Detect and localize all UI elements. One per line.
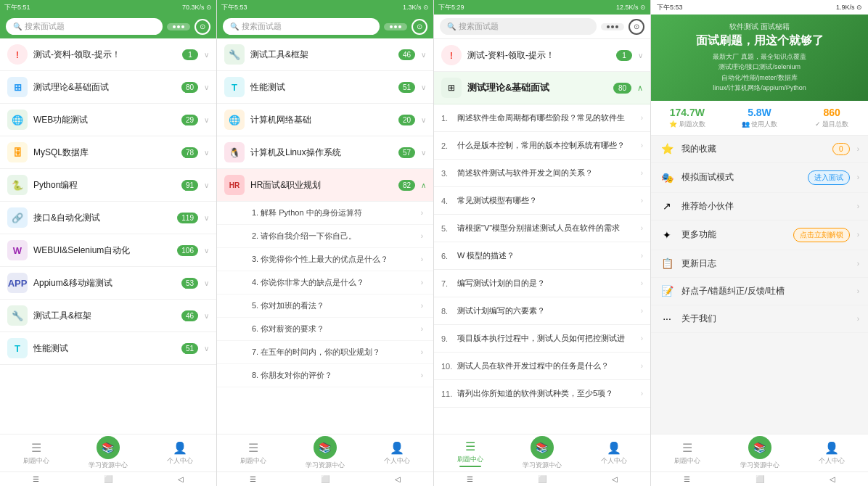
item-label: 性能测试 (250, 81, 393, 94)
list-item[interactable]: 🌐 WEB功能测试 29 ∨ (0, 104, 216, 136)
nav-study-center[interactable]: 📚 学习资源中心 (506, 434, 578, 471)
item-badge: 1 (182, 49, 198, 60)
scan-btn-2[interactable]: ⊙ (412, 19, 427, 35)
list-item[interactable]: APP Appium&移动端测试 53 ∨ (0, 267, 216, 300)
nav-label: 刷题中心 (240, 456, 266, 466)
subitem[interactable]: 1. 解释 Python 中的身份运算符 › (217, 202, 433, 225)
sys-home[interactable]: ⬜ (321, 475, 329, 483)
more-btn-3[interactable] (601, 23, 624, 30)
panel-3: 下午5:29 12.5K/s ⊙ 🔍 搜索面试题 ⊙ ! 测试-资料-领取-提示… (434, 0, 651, 486)
list-item-hr[interactable]: HR HR面试&职业规划 82 ∧ (217, 169, 433, 202)
question-item[interactable]: 9. 项目版本执行过程中，测试人员如何把控测试进 › (434, 325, 650, 353)
system-bar-4: ☰ ⬜ ◁ (651, 471, 868, 486)
chevron-icon: ∨ (204, 247, 209, 255)
arrow-icon: › (857, 145, 859, 153)
menu-item-mock[interactable]: 🎭 模拟面试模式 进入面试 › (651, 163, 868, 193)
list-item[interactable]: 🐍 Python编程 91 ∨ (0, 169, 216, 202)
question-item[interactable]: 3. 简述软件测试与软件开发之间的关系？ › (434, 160, 650, 187)
list-item[interactable]: W WEBUI&Selenium自动化 106 ∨ (0, 234, 216, 267)
sys-back[interactable]: ◁ (612, 475, 618, 483)
bottom-nav-1: ☰ 刷题中心 📚 学习资源中心 👤 个人中心 (0, 434, 216, 471)
nav-profile[interactable]: 👤 个人中心 (144, 434, 216, 471)
search-input-1[interactable]: 🔍 搜索面试题 (6, 18, 163, 35)
sys-menu[interactable]: ☰ (467, 475, 473, 483)
nav-study-center[interactable]: 📚 学习资源中心 (724, 434, 796, 471)
nav-profile[interactable]: 👤 个人中心 (578, 434, 650, 471)
arrow-icon: › (641, 390, 643, 398)
nav-brush-center[interactable]: ☰ 刷题中心 (217, 434, 289, 471)
more-btn-1[interactable] (167, 23, 190, 30)
nav-brush-center-active[interactable]: ☰ 刷题中心 (434, 434, 506, 471)
nav-study-center[interactable]: 📚 学习资源中心 (289, 434, 361, 471)
nav-profile[interactable]: 👤 个人中心 (361, 434, 433, 471)
question-item[interactable]: 10. 测试人员在软件开发过程中的任务是什么？ › (434, 353, 650, 380)
warning-icon: ! (441, 45, 462, 65)
list-item[interactable]: T 性能测试 51 ∨ (217, 71, 433, 104)
list-item[interactable]: 🔧 测试工具&框架 46 ∨ (0, 300, 216, 332)
search-input-3[interactable]: 🔍 搜索面试题 (440, 18, 597, 35)
item-label: WEBUI&Selenium自动化 (33, 244, 171, 257)
question-item[interactable]: 7. 编写测试计划的目的是？ › (434, 270, 650, 297)
scan-btn-1[interactable]: ⊙ (195, 19, 210, 35)
list-item[interactable]: 🔗 接口&自动化测试 119 ∨ (0, 202, 216, 234)
sys-back[interactable]: ◁ (178, 475, 184, 483)
list-item[interactable]: ⊞ 测试理论&基础面试 80 ∨ (0, 71, 216, 104)
question-item[interactable]: 2. 什么是版本控制，常用的版本控制系统有哪些？ › (434, 132, 650, 160)
subitem[interactable]: 8. 你朋友对你的评价？ › (217, 364, 433, 387)
sys-back[interactable]: ◁ (395, 475, 401, 483)
sys-home[interactable]: ⬜ (104, 475, 112, 483)
list-item[interactable]: T 性能测试 51 ∨ (0, 332, 216, 365)
sys-back[interactable]: ◁ (830, 475, 835, 483)
menu-item-more[interactable]: ✦ 更多功能 点击立刻解锁 › (651, 221, 868, 250)
q-text: W 模型的描述？ (457, 250, 636, 261)
question-item[interactable]: 1. 阐述软件生命周期都有哪些阶段？常见的软件生 › (434, 104, 650, 132)
more-btn-2[interactable] (384, 23, 407, 30)
question-item[interactable]: 4. 常见测试模型有哪些？ › (434, 187, 650, 215)
question-item[interactable]: 6. W 模型的描述？ › (434, 242, 650, 270)
category-header[interactable]: ⊞ 测试理论&基础面试 80 ∧ (434, 72, 650, 104)
subitem[interactable]: 4. 你说你非常大的缺点是什么？ › (217, 271, 433, 295)
search-input-2[interactable]: 🔍 搜索面试题 (223, 18, 380, 35)
list-item[interactable]: ! 测试-资料-领取-提示！ 1 ∨ (0, 38, 216, 71)
list-item[interactable]: 🔧 测试工具&框架 46 ∨ (217, 38, 433, 71)
arrow-icon: › (641, 141, 643, 149)
menu-item-favorites[interactable]: ⭐ 我的收藏 0 › (651, 136, 868, 163)
q-text: 项目版本执行过程中，测试人员如何把控测试进 (457, 333, 636, 344)
nav-profile[interactable]: 👤 个人中心 (795, 434, 868, 471)
sys-home[interactable]: ⬜ (756, 475, 764, 483)
subitem[interactable]: 3. 你觉得你个性上最大的优点是什么？ › (217, 248, 433, 271)
nav-brush-center[interactable]: ☰ 刷题中心 (0, 434, 72, 471)
item-badge: 51 (181, 343, 198, 354)
net-icon: 🌐 (224, 110, 245, 130)
q-num: 8. (441, 307, 453, 316)
list-item[interactable]: 🌐 计算机网络基础 20 ∨ (217, 104, 433, 136)
list-item[interactable]: 🗄 MySQL数据库 78 ∨ (0, 136, 216, 169)
subitem[interactable]: 5. 你对加班的看法？ › (217, 295, 433, 318)
sys-menu[interactable]: ☰ (250, 475, 256, 483)
question-item[interactable]: 8. 测试计划编写的六要素？ › (434, 297, 650, 325)
question-item[interactable]: 11. 请列出你所知道的软件测试种类，至少5项？ › (434, 380, 650, 408)
list-item-warning[interactable]: ! 测试-资料-领取-提示！ 1 ∨ (434, 39, 650, 72)
nav-brush-center[interactable]: ☰ 刷题中心 (651, 434, 724, 471)
scan-btn-3[interactable]: ⊙ (629, 19, 644, 35)
subitem[interactable]: 2. 请你自我介绍一下你自己。 › (217, 225, 433, 248)
menu-item-feedback[interactable]: 📝 好点子/错题纠正/反馈/吐槽 › (651, 278, 868, 305)
subitem[interactable]: 6. 你对薪资的要求？ › (217, 318, 433, 341)
question-item[interactable]: 5. 请根据"V"模型分别描述测试人员在软件的需求 › (434, 215, 650, 242)
sys-menu[interactable]: ☰ (684, 475, 690, 483)
nav-study-center[interactable]: 📚 学习资源中心 (72, 434, 144, 471)
list-item[interactable]: 🐧 计算机及Linux操作系统 57 ∨ (217, 136, 433, 169)
item-badge: 29 (181, 115, 198, 125)
sys-menu[interactable]: ☰ (33, 475, 39, 483)
sys-home[interactable]: ⬜ (538, 475, 546, 483)
profile-icon: 👤 (607, 441, 621, 455)
menu-text: 好点子/错题纠正/反馈/吐槽 (681, 285, 850, 297)
arrow-icon: › (421, 255, 423, 263)
menu-item-changelog[interactable]: 📋 更新日志 › (651, 250, 868, 278)
feedback-icon: 📝 (660, 285, 674, 297)
item-label: 测试工具&框架 (250, 49, 393, 61)
menu-item-about[interactable]: ··· 关于我们 › (651, 305, 868, 333)
stat-label-brush: ⭐ 刷题次数 (651, 120, 724, 129)
subitem[interactable]: 7. 在五年的时间内，你的职业规划？ › (217, 341, 433, 364)
menu-item-share[interactable]: ↗ 推荐给小伙伴 › (651, 193, 868, 221)
